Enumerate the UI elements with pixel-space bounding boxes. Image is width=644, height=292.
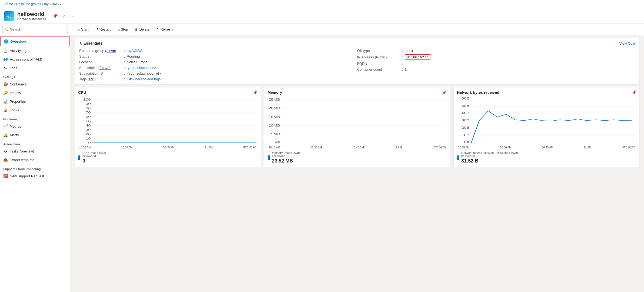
essentials-value-sub-id: <your subscription id>: [127, 71, 161, 75]
sidebar-item-overview[interactable]: 🌐 Overview: [0, 36, 70, 46]
cpu-pin-button[interactable]: 📌: [253, 90, 257, 95]
rg-link[interactable]: myACIRG: [127, 49, 143, 53]
memory-chart-header: Memory 📌: [268, 90, 447, 95]
essentials-label-subscription: Subscription (move): [79, 66, 122, 70]
sidebar-item-metrics[interactable]: 📈 Metrics: [0, 122, 70, 131]
sidebar-item-new-support[interactable]: 🆘 New Support Request: [0, 172, 70, 180]
svg-text:5MB: 5MB: [271, 133, 280, 136]
breadcrumb-home[interactable]: Home: [4, 2, 13, 6]
essentials-row-rg: Resource group (move) : myACIRG: [79, 49, 357, 53]
essentials-value-container-count: 1: [405, 67, 407, 71]
memory-legend-dot: [268, 155, 270, 160]
tasks-icon: ⚙: [3, 149, 8, 153]
sidebar-item-label-export-template: Export template: [10, 158, 34, 162]
cpu-chart-card: CPU 📌 100 90 80 70 60 50 40 30 20: [75, 87, 261, 167]
refresh-icon: ↻: [157, 28, 159, 31]
stop-icon: □: [118, 28, 119, 31]
sidebar-item-label-overview: Overview: [10, 39, 26, 44]
start-button[interactable]: ▷ Start: [75, 26, 91, 33]
start-label: Start: [81, 27, 88, 31]
move-rg-link[interactable]: (move): [105, 49, 116, 53]
cpu-value: 0: [82, 158, 106, 164]
content-area: ▷ Start ↺ Restart □ Stop 🗑 Delete ↻ Refr…: [70, 24, 644, 292]
refresh-button[interactable]: ↻ Refresh: [154, 26, 176, 33]
view-cost-link[interactable]: View Cost: [619, 41, 635, 45]
essentials-label-os: OS type: [357, 49, 400, 53]
more-button[interactable]: ···: [69, 13, 75, 19]
memory-chart-card: Memory 📌 25MB 20MB 15MB 10MB 5MB 0B: [264, 87, 450, 167]
network-chart-svg: 60B 50B 40B 30B 20B 10B 0B: [457, 97, 636, 145]
svg-text:15MB: 15MB: [268, 115, 280, 118]
charts-area: CPU 📌 100 90 80 70 60 50 40 30 20: [75, 87, 640, 167]
search-icon: 🔍: [4, 28, 8, 31]
edit-tags-link[interactable]: (edit): [88, 77, 96, 81]
sidebar-item-identity[interactable]: 🔑 Identity: [0, 88, 70, 97]
memory-legend-label: Memory Usage (Avg): [272, 151, 300, 154]
svg-text:60B: 60B: [462, 97, 469, 100]
new-support-icon: 🆘: [3, 174, 8, 178]
essentials-value-subscription: ,your subscription>: [127, 66, 156, 70]
breadcrumb-sep-2: ›: [42, 2, 43, 6]
essentials-header: ∧ Essentials View Cost: [79, 41, 635, 45]
breadcrumb-resource-groups[interactable]: Resource groups: [16, 2, 41, 6]
svg-text:40B: 40B: [462, 112, 469, 115]
restart-button[interactable]: ↺ Restart: [92, 26, 114, 33]
sidebar-item-tasks[interactable]: ⚙ Tasks (preview): [0, 147, 70, 155]
sidebar-item-label-access-control: Access control (IAM): [10, 57, 42, 61]
add-tags-link[interactable]: Click here to add tags: [127, 77, 161, 81]
memory-chart-title: Memory: [268, 90, 282, 95]
essentials-label-fqdn: FQDN: [357, 62, 400, 66]
sidebar-item-properties[interactable]: 📊 Properties: [0, 97, 70, 106]
sidebar-item-alerts[interactable]: 🔔 Alerts: [0, 131, 70, 139]
overview-icon: 🌐: [4, 39, 8, 44]
sidebar-item-locks[interactable]: 🔒 Locks: [0, 106, 70, 114]
svg-text:80: 80: [86, 107, 91, 110]
essentials-label-sub-id: Subscription ID: [79, 71, 122, 75]
svg-text:60: 60: [86, 115, 91, 118]
breadcrumb-myacirg[interactable]: myACIRG: [44, 2, 59, 6]
subscription-link[interactable]: ,your subscription>: [127, 66, 156, 70]
sidebar-item-export-template[interactable]: 📤 Export template: [0, 155, 70, 164]
svg-text:50B: 50B: [462, 104, 469, 107]
svg-text:10B: 10B: [462, 134, 469, 137]
network-legend-info: Network Bytes Received Per Second (Avg) …: [461, 151, 518, 164]
essentials-value-status: Running: [127, 54, 140, 58]
start-icon: ▷: [78, 28, 80, 31]
cpu-legend-label: CPU Usage (Avg): [82, 151, 106, 154]
memory-chart-svg: 25MB 20MB 15MB 10MB 5MB 0B: [268, 97, 447, 145]
monitoring-section-label: Monitoring: [0, 114, 70, 122]
essentials-label-rg: Resource group (move): [79, 49, 122, 53]
sidebar-item-access-control[interactable]: 👥 Access control (IAM): [0, 55, 70, 64]
svg-text:40: 40: [86, 124, 91, 127]
essentials-label-ip: IP address (Public): [357, 55, 400, 59]
memory-chart-footer: Memory Usage (Avg) helloworld 23.52 MB: [268, 151, 447, 164]
essentials-label-tags: Tags (edit): [79, 77, 122, 81]
delete-label: Delete: [139, 27, 150, 31]
essentials-value-os: Linux: [405, 49, 413, 53]
sidebar-item-label-tags: Tags: [10, 66, 17, 70]
search-wrap: 🔍: [2, 26, 68, 33]
resource-subtitle: Container instances: [17, 17, 46, 21]
search-input[interactable]: [2, 26, 68, 33]
delete-button[interactable]: 🗑 Delete: [132, 26, 152, 33]
favorite-button[interactable]: ☆: [61, 13, 67, 19]
essentials-row-status: Status : Running: [79, 54, 357, 58]
svg-text:30B: 30B: [462, 119, 469, 122]
cpu-legend-info: CPU Usage (Avg) helloworld 0: [82, 151, 106, 164]
resource-title: helloworld Container instances: [17, 11, 46, 21]
svg-text:30: 30: [86, 128, 91, 131]
sidebar-item-activity-log[interactable]: 📋 Activity log: [0, 46, 70, 55]
sidebar-item-containers[interactable]: 📦 Containers: [0, 80, 70, 88]
cpu-x-labels: 10:15 AM 10:30 AM 10:45 AM 11 AM UTC-08:…: [78, 146, 257, 149]
stop-button[interactable]: □ Stop: [115, 26, 131, 33]
memory-pin-button[interactable]: 📌: [442, 90, 447, 95]
network-pin-button[interactable]: 📌: [632, 90, 636, 95]
export-template-icon: 📤: [3, 158, 8, 162]
sidebar-item-tags[interactable]: 🏷 Tags: [0, 64, 70, 72]
move-sub-link[interactable]: (move): [99, 66, 110, 70]
cpu-legend-sub: helloworld: [82, 154, 106, 158]
pin-button[interactable]: 📌: [51, 13, 59, 19]
essentials-row-sub-id: Subscription ID : <your subscription id>: [79, 71, 357, 75]
cpu-legend-dot: [78, 155, 80, 160]
cpu-chart-body: 100 90 80 70 60 50 40 30 20 10 0: [78, 97, 257, 145]
